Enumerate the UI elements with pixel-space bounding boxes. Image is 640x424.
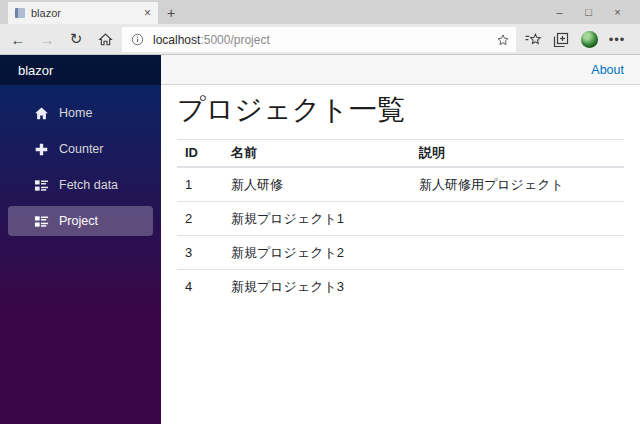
extension-globe-icon[interactable] [575, 26, 603, 54]
back-button[interactable]: ← [4, 25, 32, 53]
refresh-button[interactable]: ↻ [62, 25, 90, 53]
column-header-id: ID [177, 140, 223, 168]
cell-name: 新人研修 [223, 167, 411, 202]
address-bar[interactable]: localhost:5000/project [122, 27, 516, 52]
blazor-app: blazor Home Counter [0, 55, 640, 424]
ellipsis-icon: ••• [609, 32, 626, 47]
cell-id: 2 [177, 202, 223, 236]
sidebar: blazor Home Counter [0, 55, 161, 424]
cell-id: 1 [177, 167, 223, 202]
maximize-button[interactable]: □ [574, 0, 603, 24]
cell-id: 4 [177, 270, 223, 304]
sidebar-item-counter[interactable]: Counter [8, 134, 153, 164]
page-title: プロジェクト一覧 [177, 94, 624, 126]
table-row: 2 新規プロジェクト1 [177, 202, 624, 236]
browser-toolbar: ← → ↻ localhost:5000/project ••• [0, 24, 640, 55]
sidebar-item-label: Counter [59, 142, 103, 156]
add-favorite-star-icon[interactable] [496, 33, 510, 47]
site-info-icon[interactable] [131, 33, 144, 46]
column-header-description: 説明 [411, 140, 624, 168]
home-icon [98, 32, 113, 47]
home-icon [34, 106, 49, 121]
minimize-button[interactable]: – [545, 0, 574, 24]
cell-name: 新規プロジェクト3 [223, 270, 411, 304]
main-area: About プロジェクト一覧 ID 名前 説明 1 新 [161, 55, 640, 424]
cell-name: 新規プロジェクト2 [223, 236, 411, 270]
sidebar-item-project[interactable]: Project [8, 206, 153, 236]
close-button[interactable]: × [603, 0, 632, 24]
toolbar-actions: ••• [519, 24, 631, 55]
table-row: 1 新人研修 新人研修用プロジェクト [177, 167, 624, 202]
sidebar-item-label: Project [59, 214, 98, 228]
plus-icon [34, 142, 49, 157]
sidebar-item-fetch-data[interactable]: Fetch data [8, 170, 153, 200]
home-button[interactable] [91, 25, 119, 53]
sidebar-nav: Home Counter Fetch data [0, 85, 161, 236]
browser-tab[interactable]: blazor × [8, 2, 158, 24]
browser-window: blazor × + – □ × ← → ↻ localhost:5000/pr… [0, 0, 640, 424]
table-row: 3 新規プロジェクト2 [177, 236, 624, 270]
new-tab-button[interactable]: + [158, 2, 184, 24]
tab-close-icon[interactable]: × [144, 7, 151, 19]
page-content: プロジェクト一覧 ID 名前 説明 1 新人研修 新人研修用プロジェク [161, 85, 640, 424]
table-header-row: ID 名前 説明 [177, 140, 624, 168]
cell-name: 新規プロジェクト1 [223, 202, 411, 236]
sidebar-item-label: Home [59, 106, 92, 120]
favorites-hub-icon[interactable] [519, 26, 547, 54]
list-rich-icon [34, 178, 49, 193]
tab-title: blazor [31, 7, 138, 19]
tabs-hub-icon[interactable] [547, 26, 575, 54]
blazor-favicon-icon [15, 8, 25, 18]
cell-description: 新人研修用プロジェクト [411, 167, 624, 202]
table-row: 4 新規プロジェクト3 [177, 270, 624, 304]
project-table: ID 名前 説明 1 新人研修 新人研修用プロジェクト 2 [177, 139, 624, 303]
more-options-button[interactable]: ••• [603, 26, 631, 54]
cell-description [411, 270, 624, 304]
sidebar-item-home[interactable]: Home [8, 98, 153, 128]
column-header-name: 名前 [223, 140, 411, 168]
window-controls: – □ × [545, 0, 632, 24]
forward-button[interactable]: → [33, 25, 61, 53]
about-link[interactable]: About [591, 63, 624, 77]
list-rich-icon [34, 214, 49, 229]
cell-id: 3 [177, 236, 223, 270]
url-text: localhost:5000/project [153, 33, 270, 47]
app-brand[interactable]: blazor [0, 55, 161, 85]
title-bar: blazor × + – □ × [0, 0, 640, 24]
main-top-row: About [161, 55, 640, 85]
cell-description [411, 236, 624, 270]
sidebar-item-label: Fetch data [59, 178, 118, 192]
cell-description [411, 202, 624, 236]
